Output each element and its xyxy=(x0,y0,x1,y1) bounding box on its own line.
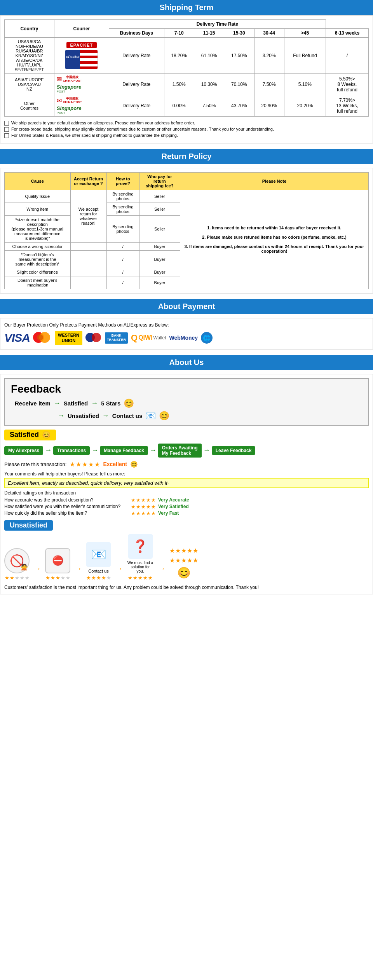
happy-emoji-3: 😊 xyxy=(177,566,191,579)
rp-row-4-prove: / xyxy=(106,243,139,251)
happy-emoji-2: 😊 xyxy=(159,411,169,421)
r1-15-30: 17.50% xyxy=(224,38,254,74)
step-leave-feedback[interactable]: Leave Feedback xyxy=(212,446,256,455)
country-3: OtherCountires xyxy=(5,95,54,117)
happy-emoji-1: 😊 xyxy=(124,398,134,409)
step-manage-feedback[interactable]: Manage Feedback xyxy=(100,446,148,455)
step-arrow-1: → xyxy=(45,446,52,454)
feedback-box: Feedback Receive item → Satisfied → 5 St… xyxy=(4,378,369,426)
shipping-title: Shipping Term xyxy=(0,0,373,15)
detail-q-3: How quickly did the seller ship the item… xyxy=(4,510,129,516)
steps-row: My Aliexpress → Transactions → Manage Fe… xyxy=(4,444,369,458)
r1-11-15: 61.10% xyxy=(194,38,224,74)
epacket-text: ePacket xyxy=(66,55,79,59)
note-checkbox-1 xyxy=(4,121,9,126)
unsat-icon-2: ⛔ ★ ★ ★ ★ ★ xyxy=(45,548,70,581)
rp-notes: 1. Items need to be returned within 14 d… xyxy=(180,190,368,289)
about-us-section: About Us Feedback Receive item → Satisfi… xyxy=(0,355,373,594)
rate-text: Please rate this transaction: xyxy=(4,461,66,467)
rp-row-5-accept xyxy=(70,251,106,268)
star-4: ★ xyxy=(88,461,94,468)
arrow-2: → xyxy=(91,399,98,407)
satisfied-section: Satisfied 😊 xyxy=(4,430,369,440)
r2-over45: 5.10% xyxy=(284,74,326,95)
detail-row-1: How accurate was the product description… xyxy=(4,497,369,503)
rp-col-accept: Accept Returnor exchange ? xyxy=(70,173,106,190)
satisfied-emoji: 😊 xyxy=(42,431,51,439)
rp-row-1-pays: Seller xyxy=(139,190,180,203)
detail-row-2: How satisfied were you with the seller's… xyxy=(4,504,369,510)
r2-11-15: 10.30% xyxy=(194,74,224,95)
rp-row-1-cause: Quality Issue xyxy=(5,190,71,203)
r3-11-15: 7.50% xyxy=(194,95,224,117)
col-courier: Courier xyxy=(54,20,109,38)
contact-us-label: Contact us xyxy=(88,569,109,573)
satisfied-badge-text: Satisfied xyxy=(10,431,39,439)
step-orders-awaiting[interactable]: Orders AwaitingMy Feedback xyxy=(158,444,202,458)
rp-row-7-accept xyxy=(70,276,106,289)
r1-7-10: 18.20% xyxy=(164,38,194,74)
rp-row-6-accept xyxy=(70,268,106,276)
payment-subtitle: Our Buyer Protection Only Pretects Payme… xyxy=(4,322,369,328)
rp-col-cause: Cause xyxy=(5,173,71,190)
col-11-15: 11-15 xyxy=(194,29,224,38)
arrow-1: → xyxy=(54,399,61,407)
mastercard-logo xyxy=(33,332,52,344)
star-3: ★ xyxy=(82,461,87,468)
epacket-label: EPACKET xyxy=(66,42,97,48)
col-15-30: 15-30 xyxy=(224,29,254,38)
rp-row-5-prove: / xyxy=(106,251,139,268)
r2-7-10: 1.50% xyxy=(164,74,194,95)
detail-stars-3: ★ ★ ★ ★ ★ xyxy=(131,510,156,516)
col-7-10: 7-10 xyxy=(164,29,194,38)
return-policy-section: Return Policy Cause Accept Returnor exch… xyxy=(0,149,373,293)
rp-row-2-pays: Seller xyxy=(139,203,180,216)
step-my-aliexpress[interactable]: My Aliexpress xyxy=(4,446,43,455)
find-solution-label: We must find a solution for you. xyxy=(127,561,154,573)
five-stars-text: 5 Stars xyxy=(101,400,120,407)
webmoney-logo: WebMoney xyxy=(169,335,198,341)
star-5: ★ xyxy=(94,461,100,468)
r1-30-44: 3.20% xyxy=(254,38,284,74)
rp-col-note: Please Note xyxy=(180,173,368,190)
detail-q-2: How satisfied were you with the seller's… xyxy=(4,504,129,509)
step-transactions[interactable]: Transactions xyxy=(53,446,90,455)
bank-transfer-logo: BANKTRANSFER xyxy=(105,332,128,344)
r3-15-30: 43.70% xyxy=(224,95,254,117)
r2-30-44: 7.50% xyxy=(254,74,284,95)
payment-section: About Payment Our Buyer Protection Only … xyxy=(0,299,373,349)
shipping-section: Shipping Term Country Courier Delivery T… xyxy=(0,0,373,143)
visa-logo: VISA xyxy=(4,331,30,344)
rp-col-whopays: Who pay for returnshipping fee? xyxy=(139,173,180,190)
detail-stars-2: ★ ★ ★ ★ ★ xyxy=(131,504,156,510)
col-delivery-rate: Delivery Time Rate xyxy=(109,20,326,29)
rp-row-4-pays: Buyer xyxy=(139,243,180,251)
contact-us-flow-text: Contact us xyxy=(112,412,143,419)
globe-icon: 🌐 xyxy=(201,332,213,344)
rp-row-7-pays: Buyer xyxy=(139,276,180,289)
singapore-text-2: Singapore xyxy=(57,84,82,90)
rp-accept-cell: We acceptreturn forwhatever reason! xyxy=(70,190,106,243)
courier-1: EPACKET xyxy=(54,38,109,74)
rp-row-6-pays: Buyer xyxy=(139,268,180,276)
unsat-arrow-3: → xyxy=(115,564,123,573)
unsat-solution-icon: ❓ We must find a solution for you. ★ ★ ★… xyxy=(127,534,154,581)
rp-row-2-cause: Wrong item xyxy=(5,203,71,216)
note-1: We ship parcels to your default address … xyxy=(4,121,369,126)
rp-row-5-pays: Buyer xyxy=(139,251,180,268)
excellent-emoji: 😊 xyxy=(130,461,138,468)
rp-row-3-pays: Seller xyxy=(139,216,180,243)
r1-6-13: / xyxy=(326,38,368,74)
feedback-flow: Receive item → Satisfied → 5 Stars 😊 → U… xyxy=(11,398,362,421)
detail-v-3: Very Fast xyxy=(158,510,179,516)
rate-stars: ★ ★ ★ ★ ★ xyxy=(70,461,100,468)
payment-logos: VISA WESTERNUNION BANKTRANSFER Q QIWI Wa… xyxy=(4,331,369,345)
country-2: ASIA/EUROPEUSA/CA/AUNZ xyxy=(5,74,54,95)
maestro-logo xyxy=(85,332,102,344)
unsatisfied-badge-text: Unsatisfied xyxy=(10,521,47,529)
detailed-ratings: Detailed ratings on this transaction How… xyxy=(4,490,369,516)
china-post-en-2: CHINA POST xyxy=(63,79,82,83)
rp-row-6-prove: / xyxy=(106,268,139,276)
flow-row-1: Receive item → Satisfied → 5 Stars 😊 xyxy=(15,398,362,409)
detail-v-2: Very Satisfied xyxy=(158,504,189,509)
